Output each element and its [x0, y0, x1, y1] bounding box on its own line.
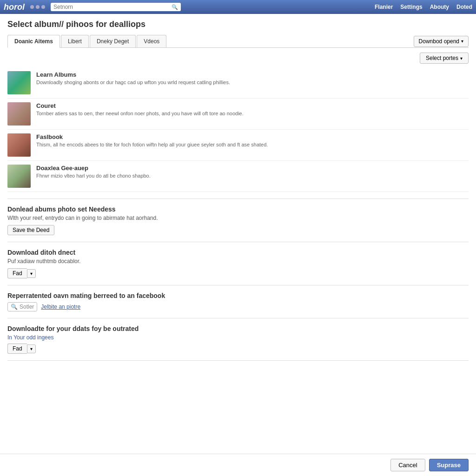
page-container: Select album// pihoos for dealliops Doan…: [0, 14, 476, 476]
nav-app-icons: [30, 5, 45, 9]
section-needess: Donlead abums photo set Needess Wlth you…: [7, 205, 469, 235]
bottom-bar: Cancel Suprase: [0, 454, 476, 476]
download-dropdown[interactable]: Downbod opend: [414, 36, 469, 47]
album-info-2: Couret Tornber atiers sas to oen, ther n…: [36, 102, 469, 117]
album-item-2: Couret Tornber atiers sas to oen, ther n…: [7, 99, 469, 130]
confirm-button[interactable]: Suprase: [429, 459, 469, 471]
album-item-3: Faslbook Thism, all he encods abees to t…: [7, 130, 469, 161]
album-thumb-2: [7, 102, 31, 126]
nav-logo[interactable]: horol: [4, 2, 25, 12]
tab-libert[interactable]: Libert: [61, 35, 89, 47]
nav-item-abouty[interactable]: Abouty: [430, 4, 449, 10]
split-btn-1: Fad ▾: [7, 268, 36, 278]
album-thumb-3: [7, 133, 31, 157]
section-needess-desc: Wlth your reef, entrydo can in going to …: [7, 215, 469, 221]
split-btn-1-arrow[interactable]: ▾: [27, 269, 36, 278]
nav-right-links: Flanier Settings Abouty Doted: [375, 4, 472, 10]
search-icon: 🔍: [172, 4, 178, 10]
cancel-button[interactable]: Cancel: [390, 459, 425, 471]
nav-icon-3: [41, 5, 45, 9]
split-btn-1-main[interactable]: Fad: [7, 268, 27, 278]
nav-item-settings[interactable]: Settings: [400, 4, 422, 10]
album-info-3: Faslbook Thism, all he encods abees to t…: [36, 133, 469, 148]
album-list-header: Select portes: [7, 53, 469, 64]
album-info-1: Learn Albums Downloadly shoging abonts o…: [36, 71, 469, 86]
split-btn-2-arrow[interactable]: ▾: [27, 344, 36, 353]
divider-4: [7, 318, 469, 318]
divider-1: [7, 198, 469, 199]
divider-3: [7, 285, 469, 285]
section-dnect: Download ditoh dnect Puf xadiaw nuthtmb …: [7, 249, 469, 278]
tabs-bar: Doanic Aitems Libert Dneky Deget Vdeos D…: [7, 35, 469, 48]
search-icon-inline: 🔍: [11, 304, 18, 310]
divider-5: [7, 360, 469, 361]
album-name-2[interactable]: Couret: [36, 102, 469, 109]
nav-icon-2: [36, 5, 40, 9]
nav-item-flanier[interactable]: Flanier: [375, 4, 393, 10]
section-facebook: Reperratented oavn mating berreed to an …: [7, 292, 469, 311]
outrated-link[interactable]: In Your odd ingees: [7, 334, 469, 341]
search-label: Sotler: [20, 304, 34, 310]
search-inline-box[interactable]: 🔍 Sotler: [7, 302, 37, 311]
section-needess-title: Donlead abums photo set Needess: [7, 205, 469, 213]
album-item-4: Doaxlea Gee·auep Fhrwr mizio vlteo harl …: [7, 161, 469, 192]
album-desc-2: Tornber atiers sas to oen, ther neewl on…: [36, 110, 469, 117]
nav-item-doted[interactable]: Doted: [456, 4, 472, 10]
page-title: Select album// pihoos for dealliops: [7, 20, 469, 29]
split-btn-2: Fad ▾: [7, 344, 36, 354]
album-thumb-1: [7, 71, 31, 94]
section-dnect-desc: Puf xadiaw nuthtmb docablor.: [7, 258, 469, 264]
search-inline: 🔍 Sotler Jelbite an piotre: [7, 302, 469, 311]
jelbite-link[interactable]: Jelbite an piotre: [41, 304, 80, 310]
tab-dneky[interactable]: Dneky Deget: [90, 35, 136, 47]
album-desc-4: Fhrwr mizio vlteo harl you do atl be cho…: [36, 172, 469, 179]
section-dnect-title: Download ditoh dnect: [7, 249, 469, 256]
select-portes-button[interactable]: Select portes: [420, 53, 469, 64]
section-facebook-title: Reperratented oavn mating berreed to an …: [7, 292, 469, 299]
album-name-1[interactable]: Learn Albums: [36, 71, 469, 78]
save-deed-button[interactable]: Save the Deed: [7, 225, 54, 235]
album-name-4[interactable]: Doaxlea Gee·auep: [36, 165, 469, 172]
tab-doanic[interactable]: Doanic Aitems: [7, 35, 60, 48]
top-navigation: horol 🔍 Flanier Settings Abouty Doted: [0, 0, 476, 14]
album-desc-3: Thism, all he encods abees to tite for f…: [36, 141, 469, 148]
album-item-1: Learn Albums Downloadly shoging abonts o…: [7, 67, 469, 99]
album-info-4: Doaxlea Gee·auep Fhrwr mizio vlteo harl …: [36, 165, 469, 179]
search-input[interactable]: [53, 4, 172, 10]
tab-videos[interactable]: Vdeos: [137, 35, 166, 47]
section-outrated-title: Downloadte for your ddats foy be outrate…: [7, 325, 469, 332]
nav-icon-1: [30, 5, 34, 9]
album-desc-1: Downloadly shoging abonts or dur hagc ca…: [36, 79, 469, 86]
divider-2: [7, 242, 469, 242]
tab-right-area: Downbod opend: [414, 36, 469, 47]
album-name-3[interactable]: Faslbook: [36, 133, 469, 140]
nav-search-bar[interactable]: 🔍: [51, 3, 181, 11]
split-btn-2-main[interactable]: Fad: [7, 344, 27, 354]
section-outrated: Downloadte for your ddats foy be outrate…: [7, 325, 469, 354]
album-list: Learn Albums Downloadly shoging abonts o…: [7, 67, 469, 192]
album-thumb-4: [7, 165, 31, 188]
